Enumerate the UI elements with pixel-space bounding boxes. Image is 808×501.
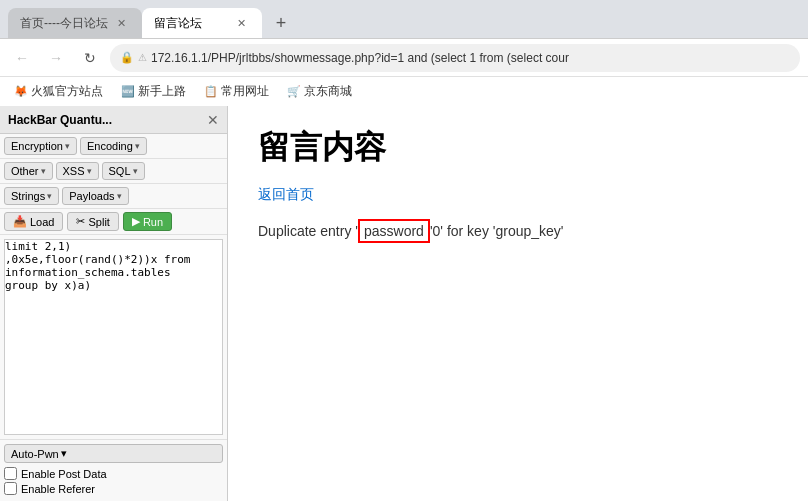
action-row: 📥 Load ✂ Split ▶ Run xyxy=(0,209,227,235)
bookmark-label: 火狐官方站点 xyxy=(31,83,103,100)
refresh-button[interactable]: ↻ xyxy=(76,44,104,72)
encryption-button[interactable]: Encryption ▾ xyxy=(4,137,77,155)
forward-button[interactable]: → xyxy=(42,44,70,72)
url-bar[interactable]: 🔒 ⚠ 172.16.1.1/PHP/jrltbbs/showmessage.p… xyxy=(110,44,800,72)
other-label: Other xyxy=(11,165,39,177)
tab-active-2[interactable]: 留言论坛 ✕ xyxy=(142,8,262,38)
main-area: HackBar Quantu... ✕ Encryption ▾ Encodin… xyxy=(0,106,808,501)
new-tab-button[interactable]: + xyxy=(266,8,296,38)
back-link[interactable]: 返回首页 xyxy=(258,186,778,204)
error-highlight: password xyxy=(358,219,430,243)
firefox-icon: 🦊 xyxy=(14,85,28,98)
tab-close-2[interactable]: ✕ xyxy=(234,15,250,31)
hackbar-textarea[interactable]: limit 2,1) ,0x5e,floor(rand()*2))x from … xyxy=(4,239,223,435)
split-label: Split xyxy=(88,216,109,228)
tab-bar: 首页----今日论坛 ✕ 留言论坛 ✕ + xyxy=(0,0,808,38)
toolbar-row-2: Other ▾ XSS ▾ SQL ▾ xyxy=(0,159,227,184)
back-button[interactable]: ← xyxy=(8,44,36,72)
split-button[interactable]: ✂ Split xyxy=(67,212,118,231)
bookmark-jd[interactable]: 🛒 京东商城 xyxy=(281,81,358,102)
xss-arrow-icon: ▾ xyxy=(87,166,92,176)
encoding-arrow-icon: ▾ xyxy=(135,141,140,151)
run-label: Run xyxy=(143,216,163,228)
tab-close-1[interactable]: ✕ xyxy=(114,15,130,31)
address-bar: ← → ↻ 🔒 ⚠ 172.16.1.1/PHP/jrltbbs/showmes… xyxy=(0,38,808,76)
jd-icon: 🛒 xyxy=(287,85,301,98)
split-icon: ✂ xyxy=(76,215,85,228)
error-message: Duplicate entry 'password'0' for key 'gr… xyxy=(258,220,778,242)
payloads-label: Payloads xyxy=(69,190,114,202)
page-title: 留言内容 xyxy=(258,126,778,170)
encryption-label: Encryption xyxy=(11,140,63,152)
load-button[interactable]: 📥 Load xyxy=(4,212,63,231)
enable-post-row: Enable Post Data xyxy=(4,467,223,480)
encryption-arrow-icon: ▾ xyxy=(65,141,70,151)
enable-referer-label: Enable Referer xyxy=(21,483,95,495)
bookmark-label: 京东商城 xyxy=(304,83,352,100)
bookmark-firefox[interactable]: 🦊 火狐官方站点 xyxy=(8,81,109,102)
run-button[interactable]: ▶ Run xyxy=(123,212,172,231)
error-text-before: Duplicate entry ' xyxy=(258,223,358,239)
encoding-label: Encoding xyxy=(87,140,133,152)
load-icon: 📥 xyxy=(13,215,27,228)
autopwn-section: Auto-Pwn ▾ Enable Post Data Enable Refer… xyxy=(0,439,227,501)
payloads-button[interactable]: Payloads ▾ xyxy=(62,187,128,205)
xss-button[interactable]: XSS ▾ xyxy=(56,162,99,180)
strings-arrow-icon: ▾ xyxy=(47,191,52,201)
newuser-icon: 🆕 xyxy=(121,85,135,98)
sql-button[interactable]: SQL ▾ xyxy=(102,162,145,180)
tab-title-1: 首页----今日论坛 xyxy=(20,15,108,32)
shield-icon: ⚠ xyxy=(138,52,147,63)
error-text-after: '0' for key 'group_key' xyxy=(430,223,564,239)
hackbar-close-button[interactable]: ✕ xyxy=(207,112,219,128)
enable-referer-row: Enable Referer xyxy=(4,482,223,495)
run-icon: ▶ xyxy=(132,215,140,228)
enable-referer-checkbox[interactable] xyxy=(4,482,17,495)
autopwn-label: Auto-Pwn xyxy=(11,448,59,460)
bookmark-label: 常用网址 xyxy=(221,83,269,100)
enable-post-checkbox[interactable] xyxy=(4,467,17,480)
security-icon: 🔒 xyxy=(120,51,134,64)
page-content: 留言内容 返回首页 Duplicate entry 'password'0' f… xyxy=(228,106,808,501)
toolbar-row-3: Strings ▾ Payloads ▾ xyxy=(0,184,227,209)
strings-button[interactable]: Strings ▾ xyxy=(4,187,59,205)
toolbar-row-1: Encryption ▾ Encoding ▾ xyxy=(0,134,227,159)
hackbar-panel: HackBar Quantu... ✕ Encryption ▾ Encodin… xyxy=(0,106,228,501)
tab-title-2: 留言论坛 xyxy=(154,15,228,32)
autopwn-button[interactable]: Auto-Pwn ▾ xyxy=(4,444,223,463)
enable-post-label: Enable Post Data xyxy=(21,468,107,480)
bookmarks-bar: 🦊 火狐官方站点 🆕 新手上路 📋 常用网址 🛒 京东商城 xyxy=(0,76,808,106)
url-text: 172.16.1.1/PHP/jrltbbs/showmessage.php?i… xyxy=(151,51,569,65)
bookmark-newuser[interactable]: 🆕 新手上路 xyxy=(115,81,192,102)
strings-label: Strings xyxy=(11,190,45,202)
common-icon: 📋 xyxy=(204,85,218,98)
other-arrow-icon: ▾ xyxy=(41,166,46,176)
tab-inactive-1[interactable]: 首页----今日论坛 ✕ xyxy=(8,8,142,38)
load-label: Load xyxy=(30,216,54,228)
xss-label: XSS xyxy=(63,165,85,177)
sql-label: SQL xyxy=(109,165,131,177)
hackbar-title: HackBar Quantu... xyxy=(8,113,207,127)
sql-arrow-icon: ▾ xyxy=(133,166,138,176)
hackbar-header: HackBar Quantu... ✕ xyxy=(0,106,227,134)
bookmark-common[interactable]: 📋 常用网址 xyxy=(198,81,275,102)
browser-chrome: 首页----今日论坛 ✕ 留言论坛 ✕ + ← → ↻ 🔒 ⚠ 172.16.1… xyxy=(0,0,808,106)
payloads-arrow-icon: ▾ xyxy=(117,191,122,201)
bookmark-label: 新手上路 xyxy=(138,83,186,100)
encoding-button[interactable]: Encoding ▾ xyxy=(80,137,147,155)
other-button[interactable]: Other ▾ xyxy=(4,162,53,180)
autopwn-arrow-icon: ▾ xyxy=(61,447,67,460)
